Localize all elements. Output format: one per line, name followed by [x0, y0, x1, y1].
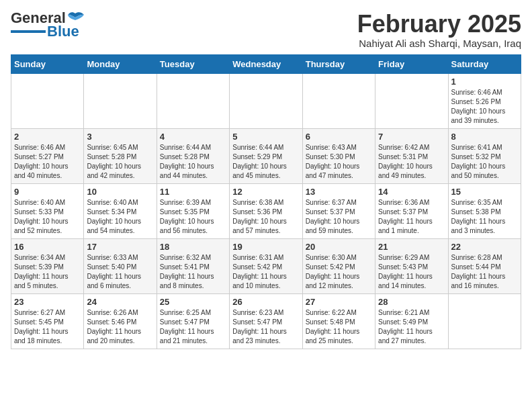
calendar-cell: 11Sunrise: 6:39 AM Sunset: 5:35 PM Dayli…	[157, 183, 229, 238]
day-number: 10	[87, 187, 153, 197]
calendar-cell	[448, 293, 521, 349]
day-number: 19	[232, 242, 299, 252]
day-info: Sunrise: 6:44 AM Sunset: 5:29 PM Dayligh…	[232, 143, 299, 181]
day-info: Sunrise: 6:43 AM Sunset: 5:30 PM Dayligh…	[306, 143, 372, 181]
calendar-cell: 22Sunrise: 6:28 AM Sunset: 5:44 PM Dayli…	[448, 238, 521, 293]
calendar-cell	[11, 73, 84, 128]
day-number: 5	[232, 132, 299, 142]
calendar-cell: 23Sunrise: 6:27 AM Sunset: 5:45 PM Dayli…	[11, 293, 84, 349]
day-number: 3	[87, 132, 153, 142]
day-info: Sunrise: 6:41 AM Sunset: 5:32 PM Dayligh…	[451, 143, 518, 181]
day-number: 28	[378, 297, 445, 307]
day-number: 24	[87, 297, 153, 307]
day-info: Sunrise: 6:30 AM Sunset: 5:42 PM Dayligh…	[306, 253, 372, 291]
calendar-cell: 28Sunrise: 6:21 AM Sunset: 5:49 PM Dayli…	[375, 293, 448, 349]
day-number: 22	[451, 242, 518, 252]
calendar-table: SundayMondayTuesdayWednesdayThursdayFrid…	[11, 54, 521, 349]
day-number: 14	[378, 187, 445, 197]
calendar-cell: 18Sunrise: 6:32 AM Sunset: 5:41 PM Dayli…	[157, 238, 229, 293]
calendar-body: 1Sunrise: 6:46 AM Sunset: 5:26 PM Daylig…	[11, 73, 521, 349]
day-number: 21	[378, 242, 445, 252]
calendar-header-friday: Friday	[375, 54, 448, 73]
calendar-week-3: 9Sunrise: 6:40 AM Sunset: 5:33 PM Daylig…	[11, 183, 521, 238]
day-info: Sunrise: 6:37 AM Sunset: 5:37 PM Dayligh…	[306, 198, 372, 236]
calendar-cell: 10Sunrise: 6:40 AM Sunset: 5:34 PM Dayli…	[84, 183, 157, 238]
calendar-header-tuesday: Tuesday	[157, 54, 229, 73]
calendar-header-monday: Monday	[84, 54, 157, 73]
calendar-cell: 26Sunrise: 6:23 AM Sunset: 5:47 PM Dayli…	[230, 293, 302, 349]
calendar-cell: 24Sunrise: 6:26 AM Sunset: 5:46 PM Dayli…	[84, 293, 157, 349]
month-title: February 2025	[357, 11, 521, 38]
day-info: Sunrise: 6:46 AM Sunset: 5:26 PM Dayligh…	[451, 88, 518, 126]
calendar-cell: 25Sunrise: 6:25 AM Sunset: 5:47 PM Dayli…	[157, 293, 229, 349]
calendar-cell: 6Sunrise: 6:43 AM Sunset: 5:30 PM Daylig…	[302, 128, 375, 183]
calendar-cell: 19Sunrise: 6:31 AM Sunset: 5:42 PM Dayli…	[230, 238, 302, 293]
day-number: 8	[451, 132, 518, 142]
calendar-cell	[157, 73, 229, 128]
day-info: Sunrise: 6:31 AM Sunset: 5:42 PM Dayligh…	[232, 253, 299, 291]
calendar-header-thursday: Thursday	[302, 54, 375, 73]
calendar-week-4: 16Sunrise: 6:34 AM Sunset: 5:39 PM Dayli…	[11, 238, 521, 293]
day-info: Sunrise: 6:23 AM Sunset: 5:47 PM Dayligh…	[232, 308, 299, 346]
logo-blue-text: Blue	[47, 24, 79, 39]
day-number: 11	[160, 187, 226, 197]
calendar-cell: 7Sunrise: 6:42 AM Sunset: 5:31 PM Daylig…	[375, 128, 448, 183]
calendar-cell: 9Sunrise: 6:40 AM Sunset: 5:33 PM Daylig…	[11, 183, 84, 238]
calendar-cell	[375, 73, 448, 128]
day-number: 27	[306, 297, 372, 307]
calendar-cell: 14Sunrise: 6:36 AM Sunset: 5:37 PM Dayli…	[375, 183, 448, 238]
calendar-week-2: 2Sunrise: 6:46 AM Sunset: 5:27 PM Daylig…	[11, 128, 521, 183]
day-info: Sunrise: 6:45 AM Sunset: 5:28 PM Dayligh…	[87, 143, 153, 181]
day-info: Sunrise: 6:33 AM Sunset: 5:40 PM Dayligh…	[87, 253, 153, 291]
day-info: Sunrise: 6:29 AM Sunset: 5:43 PM Dayligh…	[378, 253, 445, 291]
day-number: 20	[306, 242, 372, 252]
calendar-cell: 5Sunrise: 6:44 AM Sunset: 5:29 PM Daylig…	[230, 128, 302, 183]
calendar-cell: 21Sunrise: 6:29 AM Sunset: 5:43 PM Dayli…	[375, 238, 448, 293]
calendar-header-row: SundayMondayTuesdayWednesdayThursdayFrid…	[11, 54, 521, 73]
calendar-cell: 1Sunrise: 6:46 AM Sunset: 5:26 PM Daylig…	[448, 73, 521, 128]
day-info: Sunrise: 6:21 AM Sunset: 5:49 PM Dayligh…	[378, 308, 445, 346]
day-number: 1	[451, 77, 518, 87]
day-number: 7	[378, 132, 445, 142]
day-number: 6	[306, 132, 372, 142]
day-info: Sunrise: 6:40 AM Sunset: 5:33 PM Dayligh…	[14, 198, 81, 236]
day-info: Sunrise: 6:32 AM Sunset: 5:41 PM Dayligh…	[160, 253, 226, 291]
day-number: 4	[160, 132, 226, 142]
logo: General Blue	[11, 11, 85, 39]
calendar-cell: 2Sunrise: 6:46 AM Sunset: 5:27 PM Daylig…	[11, 128, 84, 183]
day-info: Sunrise: 6:44 AM Sunset: 5:28 PM Dayligh…	[160, 143, 226, 181]
day-info: Sunrise: 6:26 AM Sunset: 5:46 PM Dayligh…	[87, 308, 153, 346]
day-number: 2	[14, 132, 81, 142]
day-info: Sunrise: 6:34 AM Sunset: 5:39 PM Dayligh…	[14, 253, 81, 291]
day-number: 26	[232, 297, 299, 307]
title-area: February 2025 Nahiyat Ali ash Sharqi, Ma…	[357, 11, 521, 49]
calendar-cell	[230, 73, 302, 128]
calendar-cell: 15Sunrise: 6:35 AM Sunset: 5:38 PM Dayli…	[448, 183, 521, 238]
calendar-cell	[302, 73, 375, 128]
calendar-week-5: 23Sunrise: 6:27 AM Sunset: 5:45 PM Dayli…	[11, 293, 521, 349]
day-info: Sunrise: 6:38 AM Sunset: 5:36 PM Dayligh…	[232, 198, 299, 236]
day-info: Sunrise: 6:35 AM Sunset: 5:38 PM Dayligh…	[451, 198, 518, 236]
day-number: 17	[87, 242, 153, 252]
page-header: General Blue February 2025 Nahiyat Ali a…	[11, 11, 521, 49]
calendar-header-wednesday: Wednesday	[230, 54, 302, 73]
day-info: Sunrise: 6:25 AM Sunset: 5:47 PM Dayligh…	[160, 308, 226, 346]
calendar-header-sunday: Sunday	[11, 54, 84, 73]
calendar-cell: 17Sunrise: 6:33 AM Sunset: 5:40 PM Dayli…	[84, 238, 157, 293]
day-number: 15	[451, 187, 518, 197]
day-info: Sunrise: 6:42 AM Sunset: 5:31 PM Dayligh…	[378, 143, 445, 181]
day-number: 12	[232, 187, 299, 197]
calendar-week-1: 1Sunrise: 6:46 AM Sunset: 5:26 PM Daylig…	[11, 73, 521, 128]
day-info: Sunrise: 6:39 AM Sunset: 5:35 PM Dayligh…	[160, 198, 226, 236]
day-number: 9	[14, 187, 81, 197]
calendar-cell: 13Sunrise: 6:37 AM Sunset: 5:37 PM Dayli…	[302, 183, 375, 238]
day-info: Sunrise: 6:28 AM Sunset: 5:44 PM Dayligh…	[451, 253, 518, 291]
day-number: 16	[14, 242, 81, 252]
calendar-cell: 20Sunrise: 6:30 AM Sunset: 5:42 PM Dayli…	[302, 238, 375, 293]
day-info: Sunrise: 6:22 AM Sunset: 5:48 PM Dayligh…	[306, 308, 372, 346]
day-info: Sunrise: 6:36 AM Sunset: 5:37 PM Dayligh…	[378, 198, 445, 236]
day-number: 23	[14, 297, 81, 307]
day-number: 25	[160, 297, 226, 307]
calendar-cell: 16Sunrise: 6:34 AM Sunset: 5:39 PM Dayli…	[11, 238, 84, 293]
calendar-cell	[84, 73, 157, 128]
